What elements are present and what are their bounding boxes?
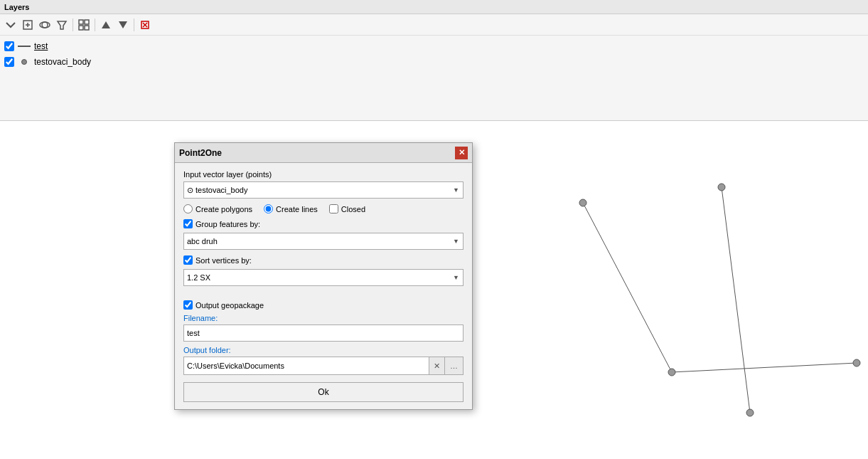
layer-testovaci-body-name: testovaci_body [34, 57, 91, 67]
point2one-dialog: Point2One ✕ Input vector layer (points) … [174, 142, 473, 410]
map-point-2 [718, 184, 725, 191]
group-btn[interactable] [76, 17, 92, 33]
group-features-select[interactable]: abc druh [183, 233, 464, 250]
group-features-row: abc druh ▼ [183, 233, 464, 250]
move-down-btn[interactable] [115, 17, 131, 33]
group-features-label[interactable]: Group features by: [183, 219, 464, 228]
layer-testovaci-body-checkbox[interactable] [4, 57, 14, 67]
visibility-btn[interactable] [37, 17, 53, 33]
sort-vertices-label[interactable]: Sort vertices by: [183, 255, 464, 265]
output-geopackage-checkbox[interactable] [183, 300, 193, 310]
svg-rect-8 [79, 26, 83, 30]
map-point-3 [668, 369, 675, 376]
map-point-4 [746, 409, 754, 416]
folder-browse-button[interactable]: … [445, 357, 464, 375]
dialog-titlebar: Point2One ✕ [175, 143, 472, 163]
svg-point-4 [40, 22, 50, 28]
ok-button[interactable]: Ok [183, 382, 464, 402]
output-folder-input[interactable] [183, 357, 429, 375]
output-folder-label: Output folder: [183, 346, 464, 354]
folder-clear-button[interactable]: ✕ [429, 357, 445, 375]
svg-marker-10 [102, 21, 110, 28]
svg-rect-9 [85, 26, 89, 30]
group-features-checkbox[interactable] [183, 219, 193, 228]
output-folder-row: ✕ … [183, 357, 464, 375]
map-line-1 [583, 203, 672, 372]
create-polygons-label[interactable]: Create polygons [183, 204, 252, 213]
layer-testovaci-body-icon [17, 57, 31, 67]
create-polygons-radio[interactable] [183, 204, 193, 213]
dialog-close-button[interactable]: ✕ [455, 147, 468, 159]
layer-item-testovaci-body: testovaci_body [0, 54, 868, 70]
create-lines-label[interactable]: Create lines [264, 204, 318, 213]
layers-title: Layers [0, 0, 868, 14]
remove-layer-btn[interactable] [137, 17, 153, 33]
svg-marker-5 [58, 21, 66, 29]
input-layer-row: ⊙ testovaci_body ▼ [183, 181, 464, 199]
dialog-body: Input vector layer (points) ⊙ testovaci_… [175, 163, 472, 409]
layer-test-name: test [34, 41, 48, 51]
svg-rect-6 [79, 20, 83, 24]
dialog-title: Point2One [179, 148, 222, 158]
input-layer-label: Input vector layer (points) [183, 170, 464, 179]
closed-checkbox[interactable] [329, 204, 338, 213]
sort-vertices-checkbox[interactable] [183, 255, 193, 265]
radio-row: Create polygons Create lines Closed [183, 204, 464, 213]
map-line-3 [672, 363, 857, 372]
input-layer-dropdown-container: ⊙ testovaci_body ▼ [183, 181, 464, 199]
map-point-1 [579, 199, 586, 206]
map-line-2 [722, 187, 750, 413]
closed-label[interactable]: Closed [329, 204, 365, 213]
filename-label: Filename: [183, 314, 464, 322]
sort-vertices-row: 1.2 SX ▼ [183, 269, 464, 286]
main-canvas: Point2One ✕ Input vector layer (points) … [0, 121, 868, 459]
group-features-dropdown-container: abc druh ▼ [183, 233, 464, 250]
filter-btn[interactable] [54, 17, 70, 33]
sort-vertices-select[interactable]: 1.2 SX [183, 269, 464, 286]
layers-toolbar [0, 14, 868, 36]
sort-vertices-dropdown-container: 1.2 SX ▼ [183, 269, 464, 286]
create-lines-radio[interactable] [264, 204, 273, 213]
input-layer-select[interactable]: ⊙ testovaci_body [183, 181, 464, 199]
svg-rect-7 [85, 20, 89, 24]
map-point-5 [853, 359, 860, 366]
open-layer-btn[interactable] [3, 17, 18, 33]
move-up-btn[interactable] [98, 17, 114, 33]
svg-marker-11 [119, 21, 127, 28]
layers-content: test testovaci_body [0, 36, 868, 73]
filename-input[interactable] [183, 325, 464, 342]
layer-item-test: test [0, 38, 868, 54]
layer-test-checkbox[interactable] [4, 41, 14, 51]
layers-panel: Layers [0, 0, 868, 121]
output-geopackage-label[interactable]: Output geopackage [183, 300, 464, 310]
add-all-layers-btn[interactable] [20, 17, 36, 33]
svg-point-3 [42, 22, 48, 28]
layer-test-icon [17, 41, 31, 51]
